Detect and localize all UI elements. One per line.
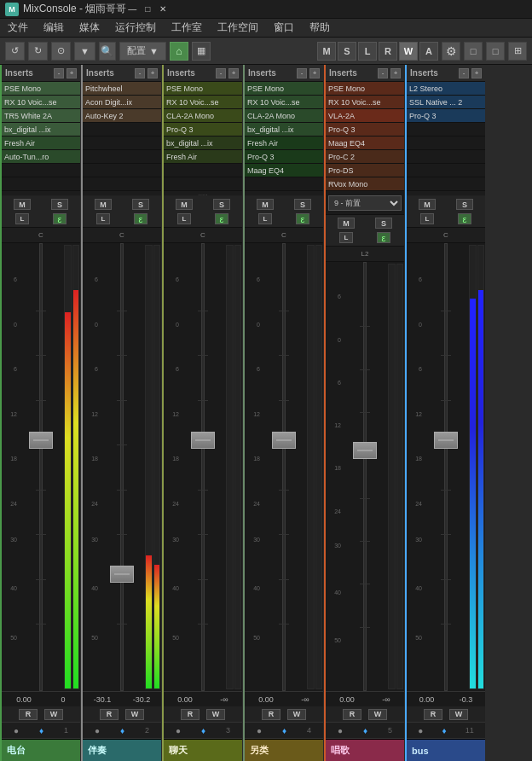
pan-row-1[interactable]: C (2, 228, 80, 243)
r-btn-3[interactable]: R (181, 709, 200, 720)
insert-slot-1-5[interactable]: Auto-Tun...ro (2, 150, 80, 164)
insert-slot-5-4[interactable]: Maag EQ4 (326, 137, 404, 150)
camera-button[interactable]: ⊙ (51, 42, 71, 61)
insert-slot-4-6[interactable]: Maag EQ4 (245, 164, 323, 177)
ch-icon-2-2[interactable]: ♦ (120, 726, 124, 735)
mode-a[interactable]: A (419, 42, 438, 61)
insert-slot-4-3[interactable]: bx_digital ...ix (245, 123, 323, 137)
ch-icon-1-3[interactable]: ● (176, 726, 181, 735)
r-btn-6[interactable]: R (424, 709, 442, 720)
maximize-button[interactable]: □ (142, 3, 153, 15)
insert-slot-5-5[interactable]: Pro-C 2 (326, 150, 404, 164)
mode-l[interactable]: L (358, 42, 377, 61)
mute-btn-1[interactable]: M (14, 199, 31, 210)
listen-btn-4[interactable]: L (258, 213, 272, 224)
fader-handle-5[interactable] (353, 442, 377, 459)
name-bar-4[interactable]: 另类 (245, 739, 323, 761)
pan-row-5[interactable]: L2 (326, 247, 404, 262)
e-btn-6[interactable]: ε (458, 213, 471, 224)
name-bar-3[interactable]: 聊天 (164, 739, 242, 761)
menu-studio[interactable]: 工作室 (167, 19, 206, 37)
ch-icon-1-5[interactable]: ● (338, 726, 343, 735)
menu-run-ctrl[interactable]: 运行控制 (111, 19, 160, 37)
ch-icon-2-1[interactable]: ♦ (39, 726, 43, 735)
settings-button[interactable]: ⚙ (442, 42, 460, 61)
insert-slot-1-3[interactable]: bx_digital ...ix (2, 123, 80, 137)
menu-help[interactable]: 帮助 (305, 19, 334, 37)
insert-slot-3-3[interactable]: Pro-Q 3 (164, 123, 242, 137)
sends-dropdown-5[interactable]: 9 - 前置 (328, 195, 402, 211)
insert-slot-1-2[interactable]: TR5 White 2A (2, 109, 80, 123)
insert-slot-3-1[interactable]: RX 10 Voic...se (164, 96, 242, 109)
name-bar-6[interactable]: bus (407, 739, 485, 761)
insert-slot-4-5[interactable]: Pro-Q 3 (245, 150, 323, 164)
insert-slot-4-2[interactable]: CLA-2A Mono (245, 109, 323, 123)
mute-btn-5[interactable]: M (338, 218, 355, 229)
insert-slot-2-0[interactable]: Pitchwheel (83, 82, 161, 96)
r-btn-2[interactable]: R (100, 709, 119, 720)
insert-slot-1-1[interactable]: RX 10 Voic...se (2, 96, 80, 109)
menu-media[interactable]: 媒体 (75, 19, 104, 37)
r-btn-5[interactable]: R (343, 709, 361, 720)
name-bar-1[interactable]: 电台 (2, 739, 80, 761)
insert-slot-5-0[interactable]: PSE Mono (326, 82, 404, 96)
solo-btn-5[interactable]: S (375, 218, 392, 229)
ch-icon-1-4[interactable]: ● (257, 726, 262, 735)
inserts-minus-btn[interactable]: - (216, 68, 226, 78)
insert-slot-4-0[interactable]: PSE Mono (245, 82, 323, 96)
solo-btn-1[interactable]: S (51, 199, 68, 210)
inserts-minus-btn[interactable]: - (135, 68, 145, 78)
listen-btn-6[interactable]: L (420, 213, 434, 224)
ch-icon-2-5[interactable]: ♦ (363, 726, 367, 735)
mode-m[interactable]: M (317, 42, 336, 61)
listen-btn-5[interactable]: L (339, 232, 353, 243)
menu-edit[interactable]: 编辑 (39, 19, 68, 37)
insert-slot-3-5[interactable]: Fresh Air (164, 150, 242, 164)
insert-slot-5-7[interactable]: RVox Mono (326, 177, 404, 191)
ch-icon-1-2[interactable]: ● (95, 726, 100, 735)
insert-slot-2-2[interactable]: Auto-Key 2 (83, 109, 161, 123)
solo-btn-4[interactable]: S (294, 199, 311, 210)
w-btn-6[interactable]: W (449, 709, 468, 720)
listen-btn-2[interactable]: L (96, 213, 110, 224)
inserts-plus-btn[interactable]: + (309, 68, 320, 78)
home-button[interactable]: ⌂ (170, 42, 188, 61)
mode-s[interactable]: S (338, 42, 356, 61)
insert-slot-3-0[interactable]: PSE Mono (164, 82, 242, 96)
redo-button[interactable]: ↻ (28, 42, 48, 61)
ch-icon-2-6[interactable]: ♦ (442, 726, 446, 735)
ch-icon-2-4[interactable]: ♦ (282, 726, 286, 735)
fader-handle-4[interactable] (272, 432, 296, 449)
mute-btn-2[interactable]: M (95, 199, 112, 210)
solo-btn-2[interactable]: S (132, 199, 149, 210)
inserts-plus-btn[interactable]: + (228, 68, 239, 78)
e-btn-1[interactable]: ε (53, 213, 66, 224)
solo-btn-6[interactable]: S (456, 199, 473, 210)
listen-btn-1[interactable]: L (15, 213, 29, 224)
insert-slot-3-2[interactable]: CLA-2A Mono (164, 109, 242, 123)
mode-w[interactable]: W (399, 42, 418, 61)
dropdown-button[interactable]: ▼ (74, 42, 95, 61)
ch-icon-2-3[interactable]: ♦ (201, 726, 205, 735)
e-btn-3[interactable]: ε (215, 213, 228, 224)
inserts-minus-btn[interactable]: - (54, 68, 64, 78)
inserts-plus-btn[interactable]: + (147, 68, 158, 78)
name-bar-5[interactable]: 唱歌 (326, 739, 404, 761)
mute-btn-3[interactable]: M (176, 199, 193, 210)
insert-slot-6-1[interactable]: SSL Native ... 2 (407, 96, 485, 109)
insert-slot-5-6[interactable]: Pro-DS (326, 164, 404, 177)
config-dropdown[interactable]: 配置 ▼ (119, 42, 166, 61)
fader-handle-6[interactable] (434, 432, 458, 449)
insert-slot-6-0[interactable]: L2 Stereo (407, 82, 485, 96)
menu-window[interactable]: 窗口 (269, 19, 298, 37)
pan-row-4[interactable]: C (245, 228, 323, 243)
insert-slot-2-1[interactable]: Acon Digit...ix (83, 96, 161, 109)
inserts-plus-btn[interactable]: + (471, 68, 482, 78)
pan-row-3[interactable]: C (164, 228, 242, 243)
view-button-3[interactable]: ⊞ (508, 42, 527, 61)
fader-handle-1[interactable] (29, 432, 53, 449)
menu-workspace[interactable]: 工作空间 (213, 19, 263, 37)
e-btn-2[interactable]: ε (134, 213, 147, 224)
insert-slot-5-3[interactable]: Pro-Q 3 (326, 123, 404, 137)
close-button[interactable]: ✕ (157, 3, 169, 15)
